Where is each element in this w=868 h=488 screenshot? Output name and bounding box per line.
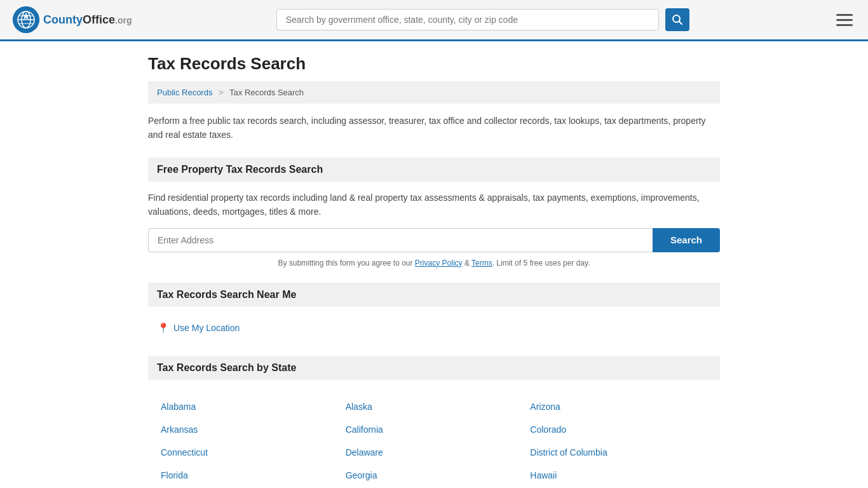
form-disclaimer: By submitting this form you agree to our…: [148, 259, 720, 268]
hamburger-menu-button[interactable]: [834, 11, 855, 29]
state-link[interactable]: Florida: [157, 464, 342, 487]
breadcrumb-parent-link[interactable]: Public Records: [157, 88, 212, 97]
state-link[interactable]: Georgia: [342, 464, 527, 487]
state-link[interactable]: Alabama: [157, 395, 342, 418]
main-content: Tax Records Search Public Records > Tax …: [135, 41, 733, 488]
breadcrumb-current: Tax Records Search: [229, 88, 304, 97]
location-pin-icon: 📍: [157, 322, 170, 334]
terms-link[interactable]: Terms: [471, 259, 492, 268]
logo-area[interactable]: CountyOffice.org: [13, 6, 132, 33]
state-link[interactable]: Hawaii: [526, 464, 711, 487]
header-search-input[interactable]: [276, 9, 659, 30]
logo-text: CountyOffice.org: [43, 13, 132, 27]
hamburger-line: [836, 14, 853, 16]
hamburger-line: [836, 19, 853, 21]
near-me-section: Tax Records Search Near Me 📍 Use My Loca…: [148, 283, 720, 341]
address-search-form: Search: [148, 228, 720, 252]
header-search-area: [276, 8, 689, 31]
intro-text: Perform a free public tax records search…: [148, 114, 720, 142]
search-button[interactable]: Search: [653, 228, 720, 252]
state-link[interactable]: Delaware: [342, 441, 527, 464]
property-search-section: Free Property Tax Records Search Find re…: [148, 158, 720, 268]
state-list-section: Tax Records Search by State AlabamaAlask…: [148, 356, 720, 488]
state-grid: AlabamaAlaskaArizonaArkansasCaliforniaCo…: [148, 389, 720, 488]
breadcrumb-separator: >: [219, 88, 224, 97]
use-location-link[interactable]: 📍 Use My Location: [148, 316, 720, 341]
page-title: Tax Records Search: [148, 54, 720, 74]
svg-line-8: [679, 22, 682, 25]
hamburger-line: [836, 24, 853, 26]
state-link[interactable]: Arkansas: [157, 418, 342, 441]
property-search-description: Find residential property tax records in…: [148, 191, 720, 219]
state-link[interactable]: California: [342, 418, 527, 441]
site-logo: [13, 6, 39, 33]
header-search-button[interactable]: [665, 8, 689, 31]
state-link[interactable]: Alaska: [342, 395, 527, 418]
address-input[interactable]: [148, 228, 653, 252]
site-header: CountyOffice.org: [0, 0, 868, 41]
state-link[interactable]: Colorado: [526, 418, 711, 441]
by-state-header: Tax Records Search by State: [148, 356, 720, 380]
breadcrumb: Public Records > Tax Records Search: [148, 81, 720, 104]
state-link[interactable]: Connecticut: [157, 441, 342, 464]
privacy-policy-link[interactable]: Privacy Policy: [415, 259, 463, 268]
property-search-header: Free Property Tax Records Search: [148, 158, 720, 182]
state-link[interactable]: District of Columbia: [526, 441, 711, 464]
search-icon: [672, 14, 683, 25]
near-me-header: Tax Records Search Near Me: [148, 283, 720, 307]
state-link[interactable]: Arizona: [526, 395, 711, 418]
